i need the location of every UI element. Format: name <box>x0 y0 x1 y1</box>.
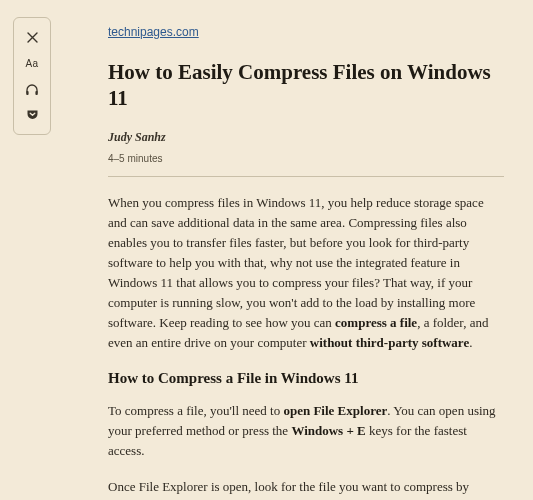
headphones-icon <box>25 83 39 96</box>
text: Once File Explorer is open, look for the… <box>108 479 469 500</box>
svg-rect-0 <box>26 91 28 95</box>
source-link[interactable]: technipages.com <box>108 25 199 39</box>
section-heading: How to Compress a File in Windows 11 <box>108 370 504 387</box>
read-time: 4–5 minutes <box>108 153 504 164</box>
bold: compress a file <box>335 315 417 330</box>
author: Judy Sanhz <box>108 130 504 145</box>
bold: Windows + E <box>291 423 365 438</box>
listen-button[interactable] <box>18 77 46 101</box>
paragraph-3: Once File Explorer is open, look for the… <box>108 477 504 500</box>
text: To compress a file, you'll need to <box>108 403 283 418</box>
text: When you compress files in Windows 11, y… <box>108 195 484 331</box>
bold: open File Explorer <box>283 403 387 418</box>
bold: without third-party software <box>310 335 469 350</box>
article-content: technipages.com How to Easily Compress F… <box>108 22 504 500</box>
save-pocket-icon <box>26 109 39 121</box>
close-icon <box>27 32 38 43</box>
close-button[interactable] <box>18 25 46 49</box>
reader-toolbar: Aa <box>13 17 51 135</box>
font-size-button[interactable]: Aa <box>18 51 46 75</box>
font-size-icon: Aa <box>25 58 38 69</box>
divider <box>108 176 504 177</box>
intro-paragraph: When you compress files in Windows 11, y… <box>108 193 504 354</box>
text: . <box>469 335 472 350</box>
paragraph-2: To compress a file, you'll need to open … <box>108 401 504 461</box>
svg-rect-1 <box>35 91 37 95</box>
save-pocket-button[interactable] <box>18 103 46 127</box>
page-title: How to Easily Compress Files on Windows … <box>108 59 504 112</box>
